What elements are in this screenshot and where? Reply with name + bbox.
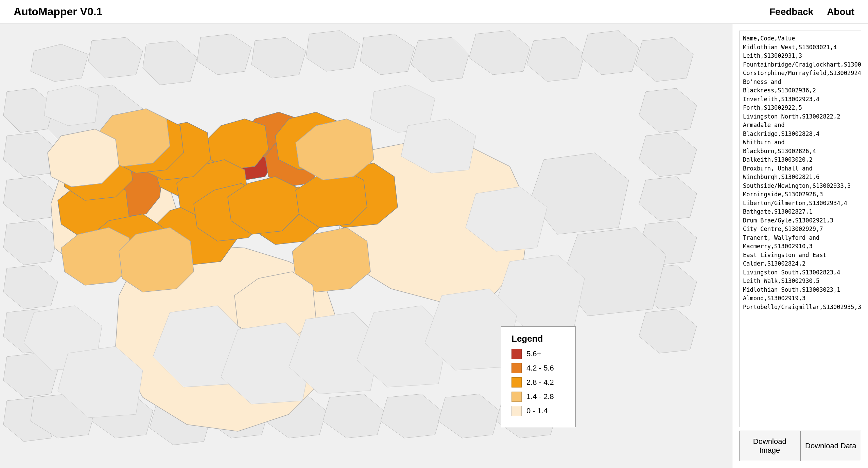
- legend-range-label: 5.6+: [526, 349, 541, 358]
- right-panel: Name,Code,ValueMidlothian West,S13003021…: [732, 24, 868, 468]
- map-container[interactable]: Legend 5.6+ 4.2 - 5.6 2.8 - 4.2 1.4 - 2.…: [0, 24, 732, 468]
- data-line: City Centre,S13002929,7: [743, 225, 857, 234]
- legend-title: Legend: [511, 334, 565, 344]
- legend-swatch: [511, 363, 522, 373]
- legend-swatch: [511, 349, 522, 359]
- button-row: Download Image Download Data: [739, 431, 861, 461]
- data-line: Tranent, Wallyford and Macmerry,S1300291…: [743, 234, 857, 251]
- legend-range-label: 0 - 1.4: [526, 407, 548, 415]
- data-line: Leith Walk,S13002930,5: [743, 277, 857, 286]
- legend-item: 4.2 - 5.6: [511, 363, 565, 373]
- data-line: Inverleith,S13002923,4: [743, 95, 857, 104]
- legend: Legend 5.6+ 4.2 - 5.6 2.8 - 4.2 1.4 - 2.…: [501, 326, 576, 427]
- data-display[interactable]: Name,Code,ValueMidlothian West,S13003021…: [739, 31, 861, 427]
- data-line: Bo'ness and Blackness,S13002936,2: [743, 78, 857, 95]
- data-line: Southside/Newington,S13002933,3: [743, 182, 857, 191]
- header: AutoMapper V0.1 Feedback About: [0, 0, 868, 24]
- legend-swatch: [511, 406, 522, 416]
- data-line: Forth,S13002922,5: [743, 104, 857, 112]
- feedback-link[interactable]: Feedback: [769, 6, 813, 17]
- data-line: Name,Code,Value: [743, 34, 857, 43]
- data-line: Livingston South,S13002823,4: [743, 268, 857, 277]
- legend-item: 0 - 1.4: [511, 406, 565, 416]
- main-content: Legend 5.6+ 4.2 - 5.6 2.8 - 4.2 1.4 - 2.…: [0, 24, 868, 468]
- data-line: Bathgate,S13002827,1: [743, 208, 857, 216]
- data-line: Livingston North,S13002822,2: [743, 112, 857, 121]
- map-svg: [0, 24, 732, 468]
- data-line: East Livingston and East Calder,S1300282…: [743, 251, 857, 268]
- legend-item: 1.4 - 2.8: [511, 392, 565, 402]
- data-line: Almond,S13002919,3: [743, 294, 857, 303]
- legend-range-label: 4.2 - 5.6: [526, 364, 554, 373]
- data-line: Leith,S13002931,3: [743, 52, 857, 60]
- data-line: Drum Brae/Gyle,S13002921,3: [743, 216, 857, 225]
- data-line: Midlothian South,S13003023,1: [743, 286, 857, 294]
- data-line: Liberton/Gilmerton,S13002934,4: [743, 199, 857, 208]
- download-data-button[interactable]: Download Data: [800, 431, 862, 461]
- legend-swatch: [511, 392, 522, 402]
- legend-range-label: 2.8 - 4.2: [526, 378, 554, 387]
- data-line: Dalkeith,S13003020,2: [743, 156, 857, 164]
- data-line: Morningside,S13002928,3: [743, 190, 857, 199]
- data-line: Armadale and Blackridge,S13002828,4: [743, 121, 857, 138]
- data-line: Whitburn and Blackburn,S13002826,4: [743, 138, 857, 156]
- data-line: Broxburn, Uphall and Winchburgh,S1300282…: [743, 164, 857, 182]
- legend-item: 2.8 - 4.2: [511, 377, 565, 388]
- legend-swatch: [511, 377, 522, 388]
- download-image-button[interactable]: Download Image: [739, 431, 800, 461]
- header-nav: Feedback About: [769, 6, 854, 17]
- data-line: Corstorphine/Murrayfield,S13002924,4: [743, 69, 857, 78]
- legend-range-label: 1.4 - 2.8: [526, 392, 554, 401]
- about-link[interactable]: About: [827, 6, 854, 17]
- app-title: AutoMapper V0.1: [14, 5, 102, 18]
- data-line: Midlothian West,S13003021,4: [743, 43, 857, 52]
- data-line: Portobello/Craigmillar,S13002935,3: [743, 303, 857, 312]
- legend-item: 5.6+: [511, 349, 565, 359]
- data-line: Fountainbridge/Craiglockhart,S13002927,3: [743, 60, 857, 69]
